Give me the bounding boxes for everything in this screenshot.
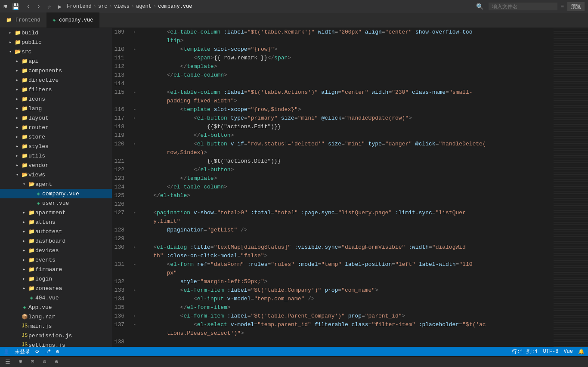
search-icon[interactable]: 🔍 [474,2,485,11]
sidebar-item-devices[interactable]: ▸ 📁 devices [0,246,112,255]
sidebar-item-uservue[interactable]: ◈ user.vue [0,198,112,208]
line-number: 118 [112,123,131,131]
layout-btn[interactable]: ⊡ [29,358,36,366]
sidebar-item-lang[interactable]: ▸ 📁 lang [0,104,112,113]
search-input[interactable] [489,3,557,10]
item-label: layout [28,115,49,121]
sidebar-item-router[interactable]: ▸ 📁 router [0,123,112,132]
code-line: 128 @pagination="getList" /> [112,226,554,234]
preview-button[interactable]: 预览 [567,2,585,11]
fold-button[interactable]: ▸ [131,140,138,148]
sidebar-item-login[interactable]: ▸ 📁 login [0,274,112,284]
item-type-icon: 📁 [21,77,28,83]
sidebar-item-permissionjs[interactable]: JS permission.js [0,331,112,340]
breadcrumb-item-0[interactable]: Frontend [67,3,92,9]
line-number: 109 [112,28,131,37]
bookmark-btn[interactable]: ☆ [46,2,53,11]
sidebar-item-api[interactable]: ▸ 📁 api [0,56,112,66]
sidebar-item-companyvue[interactable]: ◈ company.vue [0,189,112,198]
sidebar-item-appvue[interactable]: ◈ App.vue [0,302,112,312]
fold-button[interactable]: ▸ [131,312,138,321]
grid-btn[interactable]: ⊞ [17,358,24,366]
breadcrumb-item-2[interactable]: views [114,3,130,9]
sidebar-item-events[interactable]: ▸ 📁 events [0,255,112,265]
code-content: <pagination v-show="total>0" :total="tot… [138,209,554,217]
settings-icon[interactable]: ⚙ [56,348,59,355]
code-content: <el-table-column :label="$t('table.Remar… [138,28,554,37]
code-line: padding fixed-width"> [112,97,554,105]
fold-button[interactable]: ▸ [131,88,138,97]
sidebar-item-langrar[interactable]: 📦 lang.rar [0,312,112,321]
sidebar-item-icons[interactable]: ▸ 📁 icons [0,94,112,104]
sidebar-item-attens[interactable]: ▸ 📁 attens [0,217,112,227]
item-type-icon: 📂 [21,172,28,178]
sidebar-item-store[interactable]: ▸ 📁 store [0,132,112,142]
save-btn[interactable]: 💾 [10,2,21,11]
breadcrumb-current[interactable]: company.vue [158,3,192,9]
forward-btn[interactable]: › [35,2,42,11]
sidebar-item-apartment[interactable]: ▸ 📁 apartment [0,208,112,217]
sidebar-item-public[interactable]: ▸ 📁 public [0,37,112,47]
item-label: permission.js [28,333,72,339]
sidebar-item-components[interactable]: ▸ 📁 components [0,66,112,75]
item-type-icon: 📁 [21,143,28,150]
breadcrumb-item-1[interactable]: src [98,3,108,9]
run-btn[interactable]: ▶ [56,2,63,11]
sidebar-item-settingsjs[interactable]: JS settings.js [0,340,112,347]
plus-btn[interactable]: ⊕ [53,358,60,366]
code-content: {{$t("actions.Edit")}} [138,123,554,131]
code-line: px" [112,269,554,278]
fold-button[interactable]: ▸ [131,243,138,252]
sidebar-item-directive[interactable]: ▸ 📁 directive [0,75,112,85]
fold-button[interactable]: ▸ [131,28,138,37]
code-line: 130 ▸ <el-dialog :title="textMap[dialogS… [112,243,554,252]
sidebar-item-agent[interactable]: ▾ 📂 agent [0,179,112,189]
sidebar-item-utils[interactable]: ▸ 📁 utils [0,151,112,160]
sidebar-item-autotest[interactable]: ▸ 📁 autotest [0,227,112,236]
sidebar-item-build[interactable]: ▸ 📁 build [0,28,112,37]
filter-icon[interactable]: ≡ [561,3,564,9]
sidebar-item-vendor[interactable]: ▸ 📁 vendor [0,160,112,170]
code-content: </el-table-column> [138,183,554,191]
editor-main[interactable]: 109 ▸ <el-table-column :label="$t('table… [112,28,554,347]
item-type-icon: 📁 [28,210,35,216]
fold-button[interactable]: ▸ [131,321,138,329]
fold-button[interactable]: ▸ [131,286,138,295]
cursor-position: 行:1 列:1 [512,348,538,355]
arrow-icon: ▾ [21,182,28,187]
back-btn[interactable]: ‹ [25,2,31,11]
tab-companyvue[interactable]: ◈ company.vue [47,12,100,28]
item-label: views [28,172,45,178]
fold-button[interactable]: ▸ [131,105,138,114]
sidebar-item-styles[interactable]: ▸ 📁 styles [0,142,112,151]
sidebar-item-dashboard[interactable]: ▸ 📁 dashboard [0,236,112,246]
item-label: filters [28,86,52,93]
sidebar-item-firmware[interactable]: ▸ 📁 firmware [0,265,112,274]
tab-frontend[interactable]: 📁 Frontend [0,12,47,28]
sidebar-item-layout[interactable]: ▸ 📁 layout [0,113,112,123]
sync-icon[interactable]: ⟳ [35,348,40,355]
bell-icon[interactable]: 🔔 [578,348,585,355]
breadcrumb-item-3[interactable]: agent [136,3,152,9]
line-number: 115 [112,88,131,97]
tab-label-frontend: Frontend [15,17,40,23]
code-line: 134 <el-input v-model="temp.com_name" /> [112,295,554,303]
fold-button[interactable]: ▸ [131,114,138,123]
sidebar-item-zonearea[interactable]: ▸ 📁 zonearea [0,284,112,293]
fold-button[interactable]: ▸ [131,260,138,269]
item-type-icon: 📁 [21,86,28,93]
code-content: y.limit" [138,217,554,226]
sidebar-item-src[interactable]: ▾ 📂 src [0,47,112,56]
code-line: 123 </template> [112,174,554,183]
sidebar-item-views[interactable]: ▾ 📂 views [0,170,112,179]
sidebar-item-filters[interactable]: ▸ 📁 filters [0,85,112,94]
sidebar-item-mainjs[interactable]: JS main.js [0,321,112,331]
fold-button[interactable]: ▸ [131,209,138,217]
code-line: 121 {{$t("actions.Dele")}} [112,157,554,166]
menu-btn[interactable]: ☰ [3,358,12,366]
sidebar-item-404vue[interactable]: ◈ 404.vue [0,293,112,302]
circle-btn[interactable]: ⊚ [41,358,48,366]
code-line: row,$index)> [112,148,554,157]
fold-button[interactable]: ▸ [131,45,138,54]
vue-file-icon: ◈ [53,17,56,23]
